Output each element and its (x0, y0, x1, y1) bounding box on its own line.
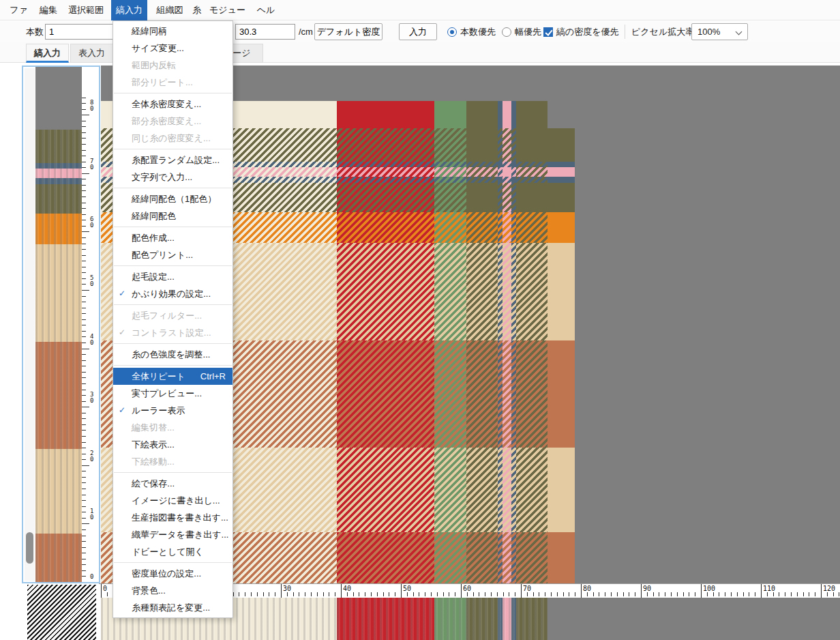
ruler-tick (82, 272, 86, 273)
menu-item-22: ✓コントラスト設定... (113, 324, 232, 341)
menubar-item-3[interactable]: 縞入力 (111, 0, 147, 20)
menubar-item-4[interactable]: 組織図 (154, 0, 185, 20)
ruler-tick (82, 360, 86, 361)
weft-yarn-orange[interactable] (35, 214, 82, 244)
menu-item-24[interactable]: 糸の色強度を調整... (113, 346, 232, 363)
warp-yarn-slate[interactable] (511, 598, 516, 640)
menu-item-1[interactable]: サイズ変更... (113, 40, 232, 57)
weft-yarn-olive[interactable] (35, 184, 82, 214)
menu-item-13[interactable]: 経緯同配色 (113, 207, 232, 224)
weave-cell (498, 340, 502, 448)
menu-item-30[interactable]: 下絵表示... (113, 436, 232, 453)
menu-item-12[interactable]: 経緯同配色（1配色） (113, 190, 232, 207)
count-priority-label: 本数優先 (460, 21, 496, 42)
weave-cell (337, 162, 434, 167)
menu-item-15[interactable]: 配色作成... (113, 229, 232, 246)
weft-yarn-slate[interactable] (35, 178, 82, 184)
warp-yarn-olive[interactable] (516, 598, 548, 640)
menubar-item-2[interactable]: 選択範囲 (66, 0, 106, 20)
menu-separator (114, 265, 232, 266)
ruler-tick (82, 383, 86, 384)
weft-yarn-terracotta[interactable] (35, 534, 82, 582)
weft-color-strip[interactable] (35, 67, 82, 582)
menu-item-34[interactable]: イメージに書き出し... (113, 492, 232, 509)
weave-cell (511, 448, 516, 532)
default-density-button[interactable]: デフォルト密度 (314, 23, 382, 40)
warp-yarn-red[interactable] (337, 598, 434, 640)
ruler-tick (683, 592, 684, 596)
warp-yarn-pink[interactable] (502, 598, 511, 640)
ruler-tick (647, 592, 648, 596)
menu-separator (114, 365, 232, 366)
width-priority-radio[interactable] (502, 27, 511, 37)
menubar-item-7[interactable]: ヘルプ (253, 0, 279, 20)
menu-item-9[interactable]: 糸配置ランダム設定... (113, 151, 232, 169)
menu-item-39[interactable]: 密度単位の設定... (113, 565, 232, 582)
menu-item-5[interactable]: 全体糸密度変え... (113, 96, 232, 113)
menu-item-36[interactable]: 織華データを書き出す... (113, 526, 232, 543)
ruler-tick (791, 592, 792, 596)
weft-yarn-terracotta[interactable] (35, 342, 82, 449)
menu-item-0[interactable]: 経緯同柄 (113, 23, 232, 40)
vertical-scrollbar[interactable] (25, 68, 35, 581)
ruler-tick (431, 592, 432, 596)
ruler-tick (82, 418, 86, 419)
menubar-item-0[interactable]: ファイル (5, 0, 32, 20)
menubar-item-5[interactable]: 糸 (191, 0, 202, 20)
menu-item-28[interactable]: ✓ルーラー表示 (113, 402, 232, 419)
weft-yarn-beige[interactable] (35, 449, 82, 534)
ruler-tick (401, 584, 402, 598)
scrollbar-thumb[interactable] (26, 532, 33, 564)
weft-yarn-beige[interactable] (35, 244, 82, 342)
ruler-tick (245, 592, 245, 596)
menu-item-33[interactable]: 絵で保存... (113, 475, 232, 492)
menu-item-label: 実寸プレビュー... (132, 388, 202, 398)
count-priority-radio[interactable] (447, 27, 457, 37)
weave-cell (434, 212, 466, 243)
tab-stripe-input[interactable]: 縞入力 (26, 44, 69, 63)
input-button[interactable]: 入力 (399, 23, 437, 40)
menu-item-18[interactable]: 起毛設定... (113, 268, 232, 285)
warp-yarn-olive[interactable] (466, 598, 498, 640)
menu-item-26[interactable]: 全体リピートCtrl+R (113, 368, 232, 385)
ruler-tick (82, 302, 86, 302)
density-input[interactable] (235, 24, 295, 40)
ruler-tick (82, 512, 86, 512)
weft-solid-band[interactable] (548, 128, 575, 583)
menu-item-label: かぶり効果の設定... (132, 289, 211, 299)
menu-item-label: 起毛フィルター... (132, 310, 202, 321)
ruler-tick (82, 424, 86, 425)
menu-item-41[interactable]: 糸種類表記を変更... (113, 599, 232, 616)
stripe-density-checkbox[interactable] (543, 27, 553, 37)
menu-item-10[interactable]: 文字列で入力... (113, 169, 232, 186)
ruler-tick (82, 559, 86, 559)
menu-item-27[interactable]: 実寸プレビュー... (113, 385, 232, 402)
menu-item-35[interactable]: 生産指図書を書き出す... (113, 509, 232, 526)
menu-item-label: ドビーとして開く (132, 547, 204, 557)
ruler-tick (533, 592, 534, 596)
ruler-tick (82, 506, 86, 507)
count-input[interactable] (45, 24, 113, 40)
ruler-tick (635, 592, 635, 596)
weave-cell (337, 177, 434, 183)
ruler-tick (82, 436, 86, 437)
menu-item-label: サイズ変更... (132, 43, 184, 53)
weave-cell (498, 167, 502, 177)
menu-item-19[interactable]: ✓かぶり効果の設定... (113, 285, 232, 302)
density-unit-label: /cm (299, 21, 313, 42)
menu-item-16[interactable]: 配色プリント... (113, 246, 232, 263)
menu-item-40[interactable]: 背景色... (113, 582, 232, 599)
menubar-item-6[interactable]: モジュール (208, 0, 247, 20)
weft-yarn-olive[interactable] (35, 130, 82, 163)
pixel-zoom-select[interactable]: 100% (691, 23, 748, 40)
warp-yarn-slate[interactable] (498, 598, 502, 640)
menu-item-37[interactable]: ドビーとして開く (113, 543, 232, 560)
warp-yarn-green[interactable] (434, 598, 466, 640)
ruler-tick (82, 237, 86, 238)
twill-structure-swatch[interactable] (27, 585, 96, 640)
weft-yarn-slate[interactable] (35, 163, 82, 169)
tab-table-input[interactable]: 表入力 (70, 44, 113, 63)
weft-yarn-pink[interactable] (35, 169, 82, 178)
ruler-tick (563, 592, 564, 596)
menubar-item-1[interactable]: 編集 (38, 0, 59, 20)
